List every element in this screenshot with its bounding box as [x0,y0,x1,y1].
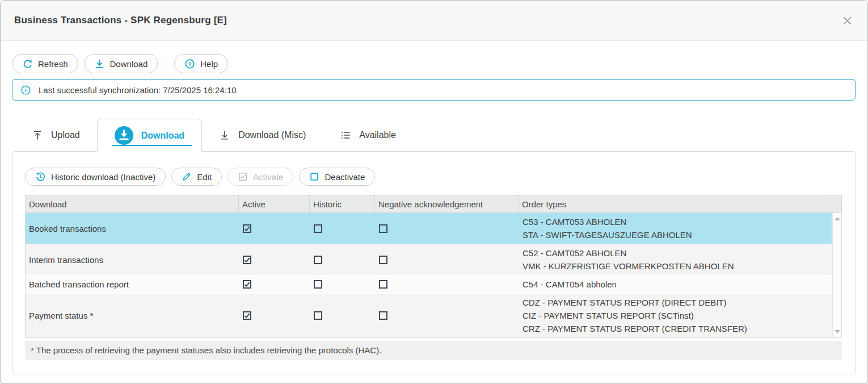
historic-cell [310,294,375,337]
column-header-negative-acknowledgement: Negative acknowledgement [375,195,519,212]
refresh-icon [22,59,33,69]
download-circle-icon [115,126,133,145]
negative-acknowledgement-cell [375,294,519,337]
tab-download[interactable]: Download [97,119,202,152]
column-header-active: Active [239,195,310,212]
activate-button: Activate [227,168,293,186]
historic-cell [310,213,375,244]
toolbar: Refresh Download ? Help [12,54,856,73]
historic-checkbox[interactable] [314,311,322,320]
column-header-order-types: Order types [519,195,832,212]
download-tab-panel: Historic download (Inactive) Edit Activa… [12,151,856,374]
upload-icon [32,130,43,141]
negative-acknowledgement-checkbox[interactable] [379,256,387,264]
list-icon [340,130,351,141]
historic-cell [310,276,375,293]
help-button[interactable]: ? Help [174,54,228,73]
toolbar-divider [166,56,166,71]
order-type-line: C52 - CAMT052 ABHOLEN [523,247,832,260]
active-checkbox[interactable] [243,311,251,320]
downloads-table: Download Active Historic Negative acknow… [25,195,842,338]
checked-checkbox-icon [238,172,248,182]
tab-download-misc[interactable]: Download (Misc) [202,119,323,152]
order-types: C54 - CAMT054 abholen [519,276,832,293]
sync-info-bar: Last successful synchronization: 7/25/20… [12,79,856,101]
download-icon [94,59,105,69]
refresh-button[interactable]: Refresh [12,54,78,73]
download-name: Booked transactions [26,213,239,244]
negative-acknowledgement-cell [375,244,519,275]
deactivate-label: Deactivate [325,172,365,182]
dialog-title: Business Transactions - SPK Regensburg [… [14,15,227,26]
active-cell [239,276,310,293]
active-checkbox[interactable] [243,280,251,289]
edit-button[interactable]: Edit [171,168,222,186]
table-body: Booked transactionsC53 - CAMT053 ABHOLEN… [26,213,841,337]
order-type-line: VMK - KURZFRISTIGE VORMERKPOSTEN ABHOLEN [523,260,832,273]
tab-download-label: Download [141,131,184,141]
footnote: * The process of retrieving the payment … [25,341,842,360]
table-row[interactable]: Batched transaction reportC54 - CAMT054 … [26,276,832,294]
historic-checkbox[interactable] [314,280,322,289]
active-cell [239,294,310,337]
download-name: Payment status * [26,294,239,337]
tab-upload[interactable]: Upload [15,119,97,152]
deactivate-button[interactable]: Deactivate [299,168,375,186]
table-row[interactable]: Payment status *CDZ - PAYMENT STATUS REP… [26,294,832,337]
tab-bar: Upload Download Download (Misc) Availabl… [12,119,856,152]
order-type-line: CDZ - PAYMENT STATUS REPORT (DIRECT DEBI… [523,296,832,309]
order-type-line: STA - SWIFT-TAGESAUSZUEGE ABHOLEN [523,228,832,241]
table-scrollbar[interactable] [832,213,841,337]
active-checkbox[interactable] [243,224,251,233]
svg-text:?: ? [188,60,192,66]
refresh-label: Refresh [38,59,68,69]
column-header-download: Download [26,195,239,212]
negative-acknowledgement-checkbox[interactable] [379,280,387,289]
table-row[interactable]: Booked transactionsC53 - CAMT053 ABHOLEN… [26,213,832,244]
tab-upload-label: Upload [51,130,80,140]
order-type-line: C53 - CAMT053 ABHOLEN [523,215,832,228]
order-type-line: C54 - CAMT054 abholen [523,278,832,291]
active-checkbox[interactable] [243,256,251,264]
order-types: C52 - CAMT052 ABHOLENVMK - KURZFRISTIGE … [519,244,832,275]
business-transactions-dialog: Business Transactions - SPK Regensburg [… [0,0,868,384]
historic-checkbox[interactable] [314,256,322,264]
active-cell [239,213,310,244]
download-name: Interim transactions [26,244,239,275]
table-row[interactable]: Interim transactionsC52 - CAMT052 ABHOLE… [26,244,832,276]
action-buttons: Historic download (Inactive) Edit Activa… [25,168,841,186]
historic-checkbox[interactable] [314,224,322,233]
order-type-line: CIZ - PAYMENT STATUS REPORT (SCTinst) [523,309,832,322]
sync-info-text: Last successful synchronization: 7/25/20… [39,85,237,95]
tab-available-label: Available [359,130,396,140]
scroll-down-icon[interactable] [835,330,840,333]
active-cell [239,244,310,275]
tab-available[interactable]: Available [323,119,413,152]
help-label: Help [200,59,218,69]
historic-download-label: Historic download (Inactive) [51,172,155,182]
help-icon: ? [184,59,195,69]
activate-label: Activate [253,172,283,182]
empty-checkbox-icon [309,172,319,182]
negative-acknowledgement-cell [375,213,519,244]
table-header: Download Active Historic Negative acknow… [26,195,841,213]
pencil-icon [182,172,192,182]
info-icon [20,85,31,95]
download-label: Download [110,59,148,69]
historic-download-button[interactable]: Historic download (Inactive) [25,168,166,186]
download-misc-icon [219,130,230,141]
order-types: C53 - CAMT053 ABHOLENSTA - SWIFT-TAGESAU… [519,213,832,244]
history-icon [35,172,46,182]
negative-acknowledgement-checkbox[interactable] [379,224,387,233]
negative-acknowledgement-cell [375,276,519,293]
scroll-up-icon[interactable] [835,217,840,220]
edit-label: Edit [197,172,212,182]
column-header-scroll-spacer [832,195,841,212]
close-icon[interactable] [843,16,852,25]
download-button[interactable]: Download [84,54,158,73]
column-header-historic: Historic [310,195,375,212]
negative-acknowledgement-checkbox[interactable] [379,311,387,320]
order-types: CDZ - PAYMENT STATUS REPORT (DIRECT DEBI… [519,294,832,337]
historic-cell [310,244,375,275]
tab-download-misc-label: Download (Misc) [238,130,306,140]
